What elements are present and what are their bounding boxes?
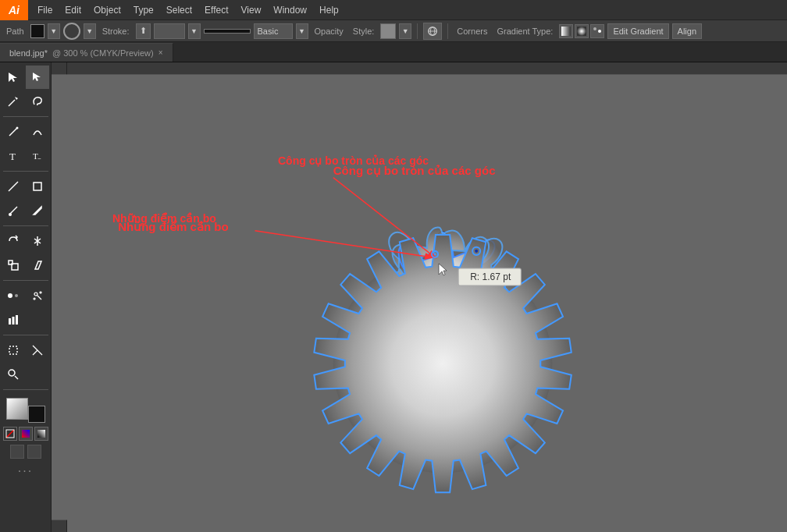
- svg-line-16: [9, 182, 18, 191]
- svg-rect-3: [561, 27, 571, 36]
- gradient-linear[interactable]: [559, 24, 573, 38]
- canvas-content: Công cụ bo tròn của các góc Những điểm c…: [52, 62, 787, 532]
- svg-rect-4: [577, 27, 586, 36]
- edit-gradient-button[interactable]: Edit Gradient: [607, 23, 668, 39]
- extra-tool-2[interactable]: [27, 445, 41, 459]
- app-logo: Ai: [0, 0, 28, 20]
- options-toolbar: Path ▼ ▼ Stroke: ⬆ ▼ Basic ▼ Opacity Sty…: [0, 20, 787, 42]
- tab-name: blend.jpg*: [9, 48, 48, 58]
- menu-view[interactable]: View: [235, 0, 268, 20]
- menu-help[interactable]: Help: [313, 0, 345, 20]
- svg-line-10: [9, 100, 15, 106]
- none-mode[interactable]: [3, 427, 17, 441]
- svg-point-33: [9, 370, 15, 376]
- more-tools[interactable]: ···: [3, 464, 48, 478]
- color-mode[interactable]: [19, 427, 33, 441]
- pen-tool[interactable]: [2, 120, 25, 144]
- color-swatch-bg[interactable]: [28, 406, 45, 423]
- style-label: Style:: [350, 27, 378, 36]
- svg-line-32: [33, 350, 37, 355]
- svg-point-7: [598, 30, 601, 33]
- svg-point-22: [8, 293, 12, 298]
- style-swatch[interactable]: [380, 23, 396, 39]
- gradient-type-buttons: [559, 24, 604, 38]
- opacity-label: Opacity: [312, 27, 347, 36]
- stroke-value[interactable]: [154, 23, 185, 39]
- svg-point-6: [593, 27, 596, 30]
- touch-type-tool[interactable]: T~: [26, 144, 49, 168]
- pencil-tool[interactable]: [26, 199, 49, 222]
- svg-point-23: [15, 294, 18, 297]
- menu-window[interactable]: Window: [267, 0, 313, 20]
- menu-effect[interactable]: Effect: [198, 0, 234, 20]
- scale-tool[interactable]: [2, 254, 25, 277]
- fill-options[interactable]: ▼: [48, 23, 60, 39]
- zoom-tool[interactable]: [2, 363, 25, 386]
- align-button[interactable]: Align: [672, 23, 702, 39]
- menu-object[interactable]: Object: [87, 0, 127, 20]
- symbol-sprayer-tool[interactable]: [26, 284, 49, 307]
- annotation-1-text: Công cụ bo tròn của các góc: [333, 164, 496, 177]
- tooltip-text: R: 1.67 pt: [470, 271, 511, 282]
- svg-text:T: T: [9, 151, 16, 162]
- lasso-tool[interactable]: [26, 90, 49, 113]
- extra-tool-1[interactable]: [10, 445, 24, 459]
- svg-point-24: [34, 293, 37, 296]
- type-tool[interactable]: T: [2, 144, 25, 168]
- slice-tool[interactable]: [26, 339, 49, 362]
- annotation-2-text: Những điểm cần bo: [118, 220, 228, 233]
- column-graph-tool[interactable]: [2, 308, 25, 332]
- artboard-tool[interactable]: [2, 339, 25, 362]
- tab-info: @ 300 % (CMYK/Preview): [52, 48, 154, 58]
- svg-text:~: ~: [37, 155, 41, 162]
- extra-tools: [10, 445, 41, 459]
- svg-rect-21: [9, 261, 12, 264]
- svg-point-12: [16, 127, 18, 129]
- gradient-freeform[interactable]: [590, 24, 604, 38]
- svg-line-35: [6, 430, 14, 438]
- direct-select-tool[interactable]: [26, 66, 49, 89]
- tab-close-button[interactable]: ×: [158, 48, 163, 57]
- globe-icon[interactable]: [423, 23, 442, 40]
- stroke-indicator[interactable]: [63, 23, 80, 40]
- left-toolbar: T T~: [0, 62, 52, 532]
- blend-tool[interactable]: [2, 284, 25, 307]
- stroke-line-preview: [204, 29, 251, 34]
- main-area: T T~: [0, 62, 787, 532]
- svg-rect-27: [9, 318, 11, 325]
- svg-rect-29: [16, 315, 18, 325]
- style-dropdown[interactable]: ▼: [399, 23, 411, 39]
- menu-type[interactable]: Type: [127, 0, 160, 20]
- document-tab[interactable]: blend.jpg* @ 300 % (CMYK/Preview) ×: [0, 43, 173, 62]
- fill-swatch[interactable]: [30, 24, 45, 38]
- basic-dropdown[interactable]: ▼: [296, 23, 308, 39]
- magic-wand-tool[interactable]: [2, 90, 25, 113]
- control-point-2-center: [475, 250, 478, 253]
- paintbrush-tool[interactable]: [2, 199, 25, 222]
- svg-marker-8: [9, 73, 17, 82]
- rectangle-tool[interactable]: [26, 175, 49, 198]
- line-tool[interactable]: [2, 175, 25, 198]
- stroke-dropdown[interactable]: ▼: [188, 23, 201, 39]
- stroke-width[interactable]: ⬆: [136, 23, 151, 39]
- menu-file[interactable]: File: [31, 0, 59, 20]
- anchor-point-center: [434, 253, 436, 255]
- gradient-swatch[interactable]: [6, 398, 28, 420]
- gradient-mode[interactable]: [34, 427, 48, 441]
- svg-rect-28: [12, 317, 14, 325]
- canvas-area[interactable]: Công cụ bo tròn của các góc Những điểm c…: [52, 62, 787, 532]
- color-swatches: [3, 395, 48, 423]
- svg-rect-30: [9, 346, 17, 354]
- menu-edit[interactable]: Edit: [59, 0, 87, 20]
- select-tool[interactable]: [2, 66, 25, 89]
- menubar: Ai File Edit Object Type Select Effect V…: [0, 0, 787, 20]
- shear-tool[interactable]: [26, 254, 49, 277]
- basic-select[interactable]: Basic: [254, 23, 293, 39]
- curvature-tool[interactable]: [26, 120, 49, 144]
- reflect-tool[interactable]: [26, 229, 49, 253]
- stroke-options[interactable]: ▼: [84, 23, 96, 39]
- rotate-tool[interactable]: [2, 229, 25, 253]
- tab-bar: blend.jpg* @ 300 % (CMYK/Preview) ×: [0, 42, 787, 62]
- gradient-radial[interactable]: [575, 24, 589, 38]
- menu-select[interactable]: Select: [160, 0, 198, 20]
